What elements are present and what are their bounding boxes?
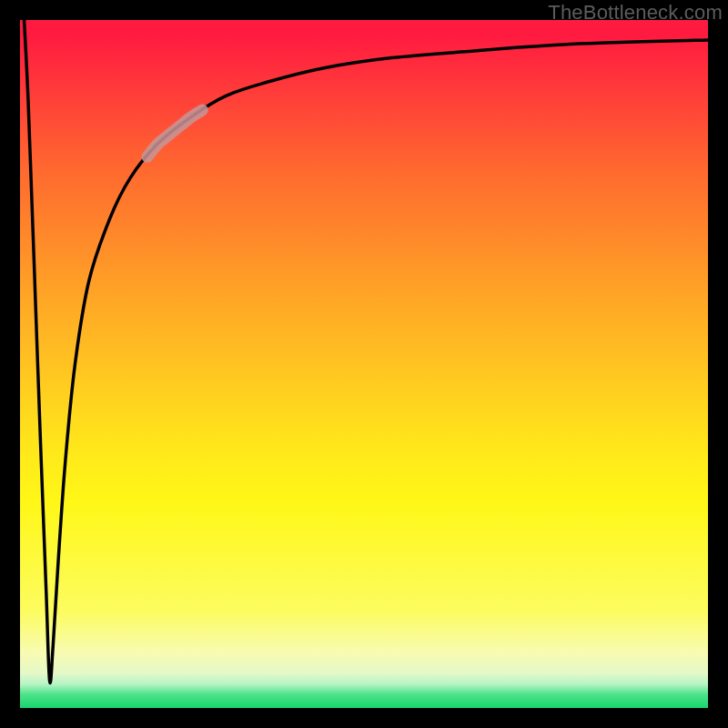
chart-frame: TheBottleneck.com	[0, 0, 728, 728]
curve-highlight-segment	[147, 110, 202, 157]
curve-layer	[20, 20, 708, 708]
watermark-text: TheBottleneck.com	[548, 1, 723, 25]
bottleneck-curve	[25, 20, 708, 682]
